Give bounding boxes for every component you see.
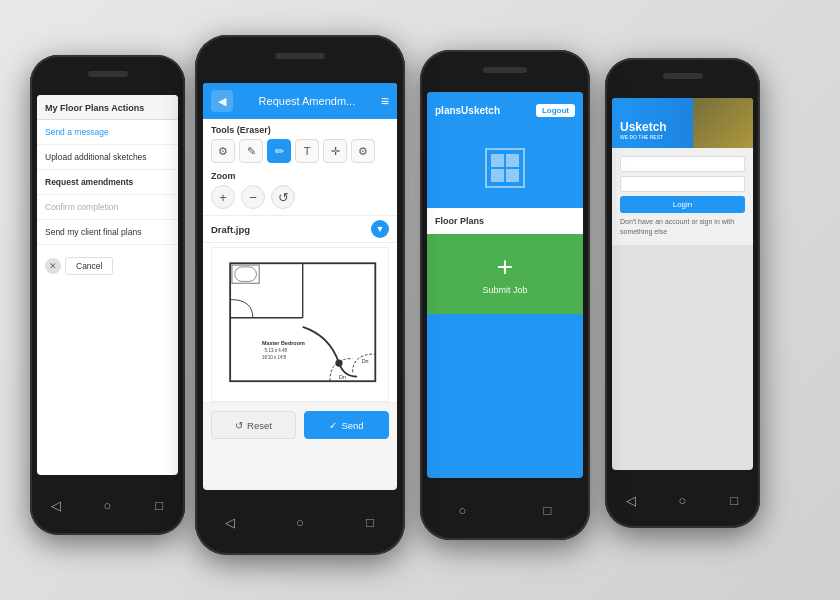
phone-2-screen: ◀ Request Amendm... ≡ Tools (Eraser) ⚙ ✎… [203, 83, 397, 490]
phone-3-logo: plansUsketch [435, 105, 500, 116]
send-check-icon: ✓ [329, 420, 337, 431]
file-row: Draft.jpg ▼ [203, 215, 397, 243]
tool-settings[interactable]: ⚙ [211, 139, 235, 163]
phone-3-speaker [483, 67, 527, 73]
recents-nav-icon-3[interactable] [539, 501, 557, 519]
phone-3-nav [420, 492, 590, 528]
grid-cell-2 [506, 154, 519, 167]
cancel-area: ✕ Cancel [37, 249, 178, 283]
logout-button[interactable]: Logout [536, 104, 575, 117]
recents-nav-icon-4[interactable] [725, 491, 743, 509]
phone-4-speaker [663, 73, 703, 79]
phone-2-speaker [275, 53, 325, 59]
grid-cell-1 [491, 154, 504, 167]
floor-plan-svg: Master Bedroom 5.13 x 4.48 16'10 x 14'8 … [212, 248, 388, 401]
tagline-label: WE DO THE REST [620, 134, 667, 140]
app-toolbar: ◀ Request Amendm... ≡ [203, 83, 397, 119]
phone-1-screen: My Floor Plans Actions Send a message Up… [37, 95, 178, 475]
zoom-controls: + − ↺ [203, 185, 397, 215]
reset-icon: ↺ [235, 420, 243, 431]
send-label: Send [341, 420, 363, 431]
username-input[interactable] [620, 156, 745, 172]
zoom-in-button[interactable]: + [211, 185, 235, 209]
phone-4: Usketch WE DO THE REST Login Don't have … [605, 58, 760, 528]
back-nav-icon-2[interactable] [221, 513, 239, 531]
svg-rect-10 [235, 267, 257, 282]
brand-label: Usketch [620, 120, 667, 134]
svg-text:Dn: Dn [362, 358, 369, 364]
phone-3-screen: plansUsketch Logout Floor Plans + Submit… [427, 92, 583, 478]
zoom-out-button[interactable]: − [241, 185, 265, 209]
bottom-actions: ↺ Reset ✓ Send [203, 402, 397, 447]
floor-plans-label: Floor Plans [427, 208, 583, 234]
account-text: Don't have an account or sign in with so… [620, 217, 745, 237]
password-input[interactable] [620, 176, 745, 192]
grid-cell-3 [491, 169, 504, 182]
submit-label: Submit Job [482, 285, 527, 295]
home-nav-icon-3[interactable] [454, 501, 472, 519]
phone-2: ◀ Request Amendm... ≡ Tools (Eraser) ⚙ ✎… [195, 35, 405, 555]
svg-text:16'10 x 14'8: 16'10 x 14'8 [262, 355, 287, 360]
menu-request-amendments[interactable]: Request amendments [37, 170, 178, 195]
submit-area[interactable]: + Submit Job [427, 234, 583, 314]
tool-move[interactable]: ✛ [323, 139, 347, 163]
file-expand-button[interactable]: ▼ [371, 220, 389, 238]
svg-text:Master Bedroom: Master Bedroom [262, 340, 305, 346]
svg-text:Dn: Dn [339, 374, 346, 380]
svg-point-3 [335, 359, 342, 366]
phone-2-nav [195, 503, 405, 541]
phone-3: plansUsketch Logout Floor Plans + Submit… [420, 50, 590, 540]
tool-pencil[interactable]: ✎ [239, 139, 263, 163]
menu-send-message[interactable]: Send a message [37, 120, 178, 145]
phone-1-header: My Floor Plans Actions [37, 95, 178, 120]
menu-confirm-completion[interactable]: Confirm completion [37, 195, 178, 220]
phone-1-nav [30, 487, 185, 523]
reset-button[interactable]: ↺ Reset [211, 411, 296, 439]
grid-icon [485, 148, 525, 188]
menu-button[interactable]: ≡ [381, 93, 389, 109]
svg-text:5.13 x 4.48: 5.13 x 4.48 [265, 348, 288, 353]
phone-4-nav [605, 482, 760, 518]
home-nav-icon-2[interactable] [291, 513, 309, 531]
login-form: Login Don't have an account or sign in w… [612, 148, 753, 245]
toolbar-title: Request Amendm... [239, 95, 375, 107]
phone-4-screen: Usketch WE DO THE REST Login Don't have … [612, 98, 753, 470]
tool-text[interactable]: T [295, 139, 319, 163]
grid-area [427, 128, 583, 208]
zoom-reset-button[interactable]: ↺ [271, 185, 295, 209]
recents-nav-icon[interactable] [150, 496, 168, 514]
zoom-label: Zoom [203, 169, 397, 185]
back-icon: ◀ [218, 95, 226, 108]
cancel-x-icon: ✕ [45, 258, 61, 274]
login-button[interactable]: Login [620, 196, 745, 213]
plus-icon: + [497, 253, 513, 281]
floor-plan-canvas[interactable]: Master Bedroom 5.13 x 4.48 16'10 x 14'8 … [211, 247, 389, 402]
tools-row: ⚙ ✎ ✏ T ✛ ⚙ [203, 139, 397, 169]
phone-1-speaker [88, 71, 128, 77]
back-nav-icon-4[interactable] [622, 491, 640, 509]
cancel-button[interactable]: Cancel [65, 257, 113, 275]
home-nav-icon-4[interactable] [673, 491, 691, 509]
tools-label: Tools (Eraser) [203, 119, 397, 139]
file-name: Draft.jpg [211, 224, 250, 235]
header-image [693, 98, 753, 148]
svg-rect-9 [232, 265, 259, 283]
grid-cell-4 [506, 169, 519, 182]
brand-name: Usketch WE DO THE REST [620, 120, 667, 140]
recents-nav-icon-2[interactable] [361, 513, 379, 531]
menu-upload-sketches[interactable]: Upload additional sketches [37, 145, 178, 170]
menu-final-plans[interactable]: Send my client final plans [37, 220, 178, 245]
home-nav-icon[interactable] [98, 496, 116, 514]
send-button[interactable]: ✓ Send [304, 411, 389, 439]
phone-4-header: Usketch WE DO THE REST [612, 98, 753, 148]
back-button[interactable]: ◀ [211, 90, 233, 112]
reset-label: Reset [247, 420, 272, 431]
phone-1: My Floor Plans Actions Send a message Up… [30, 55, 185, 535]
tool-eraser[interactable]: ✏ [267, 139, 291, 163]
tool-gear[interactable]: ⚙ [351, 139, 375, 163]
phone-3-header: plansUsketch Logout [427, 92, 583, 128]
back-nav-icon[interactable] [47, 496, 65, 514]
